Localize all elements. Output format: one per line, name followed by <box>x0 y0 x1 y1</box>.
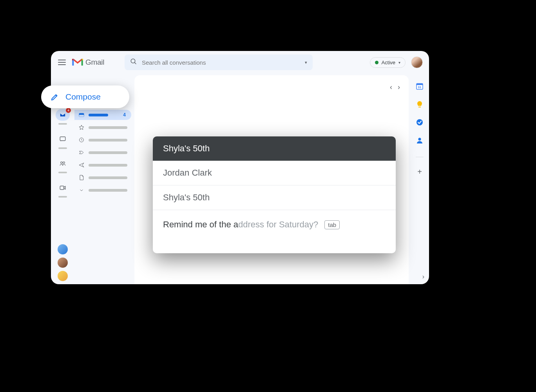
calendar-icon[interactable]: 31 <box>416 82 424 90</box>
svg-rect-6 <box>79 115 84 117</box>
pencil-icon <box>51 93 59 101</box>
account-avatar[interactable] <box>411 56 423 68</box>
inbox-icon <box>78 112 85 118</box>
svg-point-11 <box>416 119 423 125</box>
folder-drafts[interactable] <box>74 172 131 183</box>
addons-button[interactable]: + <box>417 167 422 176</box>
header-bar: Gmail ▾ Active ▾ <box>51 51 429 74</box>
important-icon <box>78 149 85 156</box>
folder-important[interactable] <box>74 147 131 158</box>
search-icon <box>130 58 137 67</box>
svg-rect-4 <box>60 186 64 190</box>
search-input[interactable] <box>142 59 300 66</box>
compose-subject-field[interactable]: Shyla's 50th <box>153 185 396 210</box>
chevron-down-icon: ▾ <box>398 60 400 65</box>
svg-text:31: 31 <box>418 85 422 89</box>
svg-point-3 <box>63 162 65 164</box>
sent-icon <box>78 162 85 168</box>
rail-contact-1[interactable] <box>58 244 68 254</box>
rail-mail[interactable]: 4 <box>56 109 70 121</box>
rail-chat[interactable] <box>57 133 69 145</box>
clock-icon <box>78 137 85 143</box>
folder-inbox[interactable]: 4 <box>74 110 131 120</box>
status-chip[interactable]: Active ▾ <box>370 57 406 68</box>
rail-meet[interactable] <box>57 182 69 194</box>
status-label: Active <box>382 60 395 65</box>
folder-sent[interactable] <box>74 160 131 170</box>
svg-rect-1 <box>60 137 65 141</box>
typed-text: Remind me of the a <box>163 220 238 229</box>
smart-compose-suggestion: ddress for Saturday? <box>238 220 318 229</box>
star-icon <box>78 124 85 131</box>
active-status-dot <box>375 61 378 64</box>
mail-badge: 4 <box>66 108 71 113</box>
compose-to-field[interactable]: Jordan Clark <box>153 161 396 185</box>
collapse-panel-button[interactable]: › <box>422 273 424 280</box>
gmail-logo[interactable]: Gmail <box>72 58 115 67</box>
inbox-count: 4 <box>123 112 126 118</box>
search-bar[interactable]: ▾ <box>125 54 313 70</box>
svg-point-2 <box>61 162 63 164</box>
drafts-icon <box>78 174 85 181</box>
compose-body[interactable]: Remind me of the address for Saturday? t… <box>153 210 396 253</box>
next-button[interactable]: › <box>398 83 400 91</box>
folder-more[interactable] <box>74 185 131 195</box>
side-panel: 31 + › <box>410 74 429 284</box>
keep-icon[interactable] <box>416 100 424 108</box>
compose-window: Shyla's 50th Jordan Clark Shyla's 50th R… <box>153 136 396 253</box>
rail-spaces[interactable] <box>57 158 69 169</box>
svg-point-12 <box>418 138 421 141</box>
folder-starred[interactable] <box>74 122 131 132</box>
gmail-wordmark: Gmail <box>85 58 104 67</box>
rail-contact-3[interactable] <box>58 271 68 281</box>
rail-contact-2[interactable] <box>58 258 68 268</box>
chevron-down-icon <box>78 187 85 193</box>
tab-key-hint: tab <box>324 220 340 229</box>
search-options-icon[interactable]: ▾ <box>305 60 307 65</box>
compose-title-bar[interactable]: Shyla's 50th <box>153 136 396 161</box>
tasks-icon[interactable] <box>416 118 424 126</box>
gmail-m-icon <box>72 58 83 67</box>
folder-snoozed[interactable] <box>74 135 131 145</box>
svg-rect-9 <box>416 83 423 85</box>
prev-button[interactable]: ‹ <box>390 83 392 91</box>
compose-button[interactable]: Compose <box>41 85 129 108</box>
compose-label: Compose <box>65 92 101 102</box>
main-menu-button[interactable] <box>57 58 67 67</box>
contacts-icon[interactable] <box>416 136 424 144</box>
